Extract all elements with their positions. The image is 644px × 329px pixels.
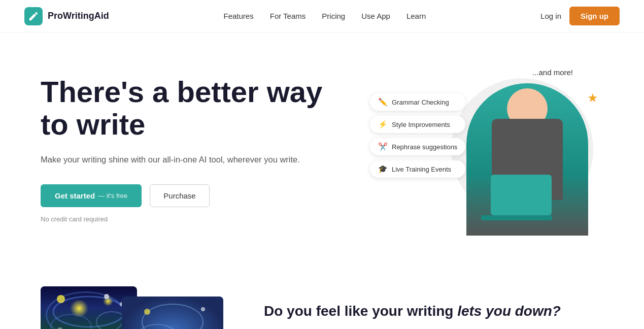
login-button[interactable]: Log in [540,12,561,20]
style-icon: ⚡ [378,120,388,129]
second-section: My idea in my head Do you feel like your… [0,266,644,329]
nav-item-features[interactable]: Features [224,12,254,21]
second-content: Do you feel like your writing lets you d… [264,302,603,329]
more-label: ...and more! [532,68,573,77]
pill-rephrase-label: Rephrase suggestions [392,143,457,151]
nav-links: Features For Teams Pricing Use App Learn [224,12,426,21]
get-started-button[interactable]: Get started — it's free [41,184,142,207]
nav-item-forteams[interactable]: For Teams [270,12,306,21]
hero-cta-group: Get started — it's free Purchase [41,184,325,207]
nav-item-pricing[interactable]: Pricing [322,12,345,21]
blue-art-image [122,297,223,329]
logo-text: ProWritingAid [48,11,109,21]
svg-point-4 [104,294,109,299]
no-credit-card-note: No credit card required [41,215,325,223]
hero-section: There's a better way to write Make your … [0,32,644,266]
person-figure [466,83,588,236]
logo[interactable]: ProWritingAid [24,7,109,25]
nav-item-learn[interactable]: Learn [406,12,426,21]
rephrase-icon: ✂️ [378,142,388,151]
feature-pills: ✏️ Grammar Checking ⚡ Style Improvements… [370,93,465,178]
svg-point-3 [57,295,65,303]
art-images: My idea in my head [41,286,233,329]
pill-training: 🎓 Live Training Events [370,160,465,178]
navbar: ProWritingAid Features For Teams Pricing… [0,0,644,32]
pill-style: ⚡ Style Improvements [370,116,465,133]
second-title: Do you feel like your writing lets you d… [264,302,603,320]
hero-illustration: ...and more! ★ ✏️ Grammar Checking ⚡ Sty… [370,63,603,236]
signup-button[interactable]: Sign up [569,7,620,25]
hero-content: There's a better way to write Make your … [41,76,325,223]
pill-grammar-label: Grammar Checking [392,98,449,106]
blue-art-svg [122,297,223,329]
pill-grammar: ✏️ Grammar Checking [370,93,465,111]
illustration-container: ...and more! ★ ✏️ Grammar Checking ⚡ Sty… [370,63,603,236]
pill-style-label: Style Improvements [392,121,450,128]
grammar-icon: ✏️ [378,97,388,107]
nav-actions: Log in Sign up [540,7,620,25]
pill-rephrase: ✂️ Rephrase suggestions [370,138,465,155]
nav-item-useapp[interactable]: Use App [361,12,390,21]
purchase-button[interactable]: Purchase [150,184,209,207]
hero-subtitle: Make your writing shine with our all-in-… [41,153,325,166]
star-icon: ★ [587,91,598,105]
svg-rect-8 [122,297,223,329]
svg-point-13 [201,307,205,311]
logo-icon [24,7,43,25]
svg-point-12 [144,309,150,315]
pill-training-label: Live Training Events [392,166,451,173]
free-label: — it's free [98,192,127,200]
training-icon: 🎓 [378,164,388,174]
hero-title: There's a better way to write [41,76,325,141]
